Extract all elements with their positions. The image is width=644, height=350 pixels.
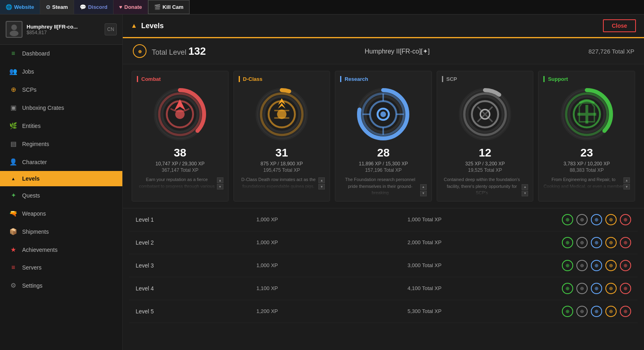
level-row-xp: 1,200 XP xyxy=(256,308,408,314)
scroll-indicator-research[interactable]: ▲ ▼ xyxy=(420,184,427,196)
levels-arrow-icon: ▲ xyxy=(131,22,137,29)
steam-btn[interactable]: ⊙ Steam xyxy=(40,0,74,14)
level-row-name: Level 3 xyxy=(136,262,256,269)
levels-expand-icon: ▲ xyxy=(9,176,17,181)
level-row-name: Level 2 xyxy=(136,239,256,246)
cat-desc-dclass: D-Class Death row inmates act as the fou… xyxy=(239,176,319,189)
nav-unboxing[interactable]: ▣ Unboxing Crates xyxy=(0,99,122,117)
unboxing-icon: ▣ xyxy=(9,104,17,111)
website-icon: 🌐 xyxy=(6,4,12,10)
dashboard-icon: ≡ xyxy=(9,50,17,57)
nav-entities[interactable]: 🌿 Entities xyxy=(0,117,122,135)
cat-xp-current-dclass: 875 XP / 18,900 XP xyxy=(260,161,303,167)
nav-jobs[interactable]: 👥 Jobs xyxy=(0,62,122,80)
ring-dclass xyxy=(254,86,310,142)
svg-point-2 xyxy=(10,31,19,36)
settings-icon: ⚙ xyxy=(9,282,17,289)
level-row-total-xp: 3,000 Total XP xyxy=(408,262,559,268)
cat-xp-total-support: 88,383 Total XP xyxy=(570,167,604,173)
levels-table[interactable]: Level 1 1,000 XP 1,000 Total XP ⊕ ⊕ ⊕ ⊕ … xyxy=(123,208,644,350)
cat-xp-current-scp: 325 XP / 3,200 XP xyxy=(465,161,505,167)
donate-icon: ♥ xyxy=(119,4,122,10)
ring-icon-combat xyxy=(166,100,194,128)
user-icon-cn: CN xyxy=(105,23,117,35)
website-btn[interactable]: 🌐 Website xyxy=(0,0,40,14)
badge-dclass: ⊕ xyxy=(605,260,617,271)
level-row-total-xp: 1,000 Total XP xyxy=(408,216,559,222)
discord-btn[interactable]: 💬 Discord xyxy=(74,0,114,14)
cat-desc-research: The Foundation research personnel pride … xyxy=(340,176,420,196)
svg-point-27 xyxy=(380,111,386,117)
nav-levels[interactable]: ▲ Levels xyxy=(0,171,122,186)
nav-shipments[interactable]: 📦 Shipments xyxy=(0,222,122,241)
cat-xp-total-dclass: 195,475 Total XP xyxy=(263,167,300,173)
topbar: 🌐 Website ⊙ Steam 💬 Discord ♥ Donate 🎬 K… xyxy=(0,0,644,14)
category-cards-row: Combat 38 10,747 XP / 29,300 XP 367,147 … xyxy=(123,64,644,208)
killcam-btn[interactable]: 🎬 Kill Cam xyxy=(148,0,190,14)
regiments-icon: ▤ xyxy=(9,140,17,148)
nav-servers[interactable]: ≡ Servers xyxy=(0,259,122,276)
badge-combat: ⊕ xyxy=(620,237,631,248)
badge-combat: ⊕ xyxy=(620,306,631,317)
cat-label-scp: SCP xyxy=(442,76,457,82)
badge-support: ⊕ xyxy=(562,260,573,271)
badge-scp: ⊕ xyxy=(576,214,588,225)
badge-support: ⊕ xyxy=(562,214,573,225)
scroll-indicator-dclass[interactable]: ▲ ▼ xyxy=(318,177,325,189)
jobs-icon: 👥 xyxy=(9,68,17,75)
cat-xp-total-combat: 367,147 Total XP xyxy=(162,167,198,173)
close-button[interactable]: Close xyxy=(603,19,636,32)
level-row-xp: 1,000 XP xyxy=(256,216,408,222)
scroll-indicator-combat[interactable]: ▲ ▼ xyxy=(217,177,223,189)
user-icons: CN xyxy=(105,23,117,35)
nav-scps[interactable]: ⊕ SCPs xyxy=(0,80,122,99)
cat-card-combat: Combat 38 10,747 XP / 29,300 XP 367,147 … xyxy=(132,71,229,202)
cat-label-research: Research xyxy=(340,76,368,82)
cat-xp-current-research: 11,896 XP / 15,300 XP xyxy=(359,161,408,167)
player-name: Humphrey II[FR-co][✦] xyxy=(365,47,429,55)
levels-title-row: ▲ Levels xyxy=(131,22,164,30)
nav-settings[interactable]: ⚙ Settings xyxy=(0,276,122,294)
user-info: Humphrey II[FR-co... $854,817 xyxy=(27,24,101,35)
cat-desc-support: From Engineering and Repair, to Cooking … xyxy=(543,176,623,189)
nav-quests[interactable]: ✦ Quests xyxy=(0,186,122,204)
level-row-icons: ⊕ ⊕ ⊕ ⊕ ⊕ xyxy=(559,214,631,225)
ring-icon-scp xyxy=(471,100,499,128)
svg-text:⊕: ⊕ xyxy=(138,49,142,54)
cat-level-dclass: 31 xyxy=(275,146,288,159)
levels-header: ▲ Levels Close xyxy=(123,14,644,38)
nav-achievements[interactable]: ★ Achievements xyxy=(0,241,122,259)
ring-support xyxy=(559,86,615,142)
scroll-indicator-scp[interactable]: ▲ ▼ xyxy=(522,184,528,196)
donate-btn[interactable]: ♥ Donate xyxy=(114,0,148,14)
badge-scp: ⊕ xyxy=(576,260,588,271)
cat-level-combat: 38 xyxy=(174,146,186,159)
badge-research: ⊕ xyxy=(591,260,602,271)
nav-regiments[interactable]: ▤ Regiments xyxy=(0,135,122,153)
cat-desc-scp: Contained deep within the foundation's f… xyxy=(442,176,522,196)
badge-support: ⊕ xyxy=(562,237,573,248)
steam-icon: ⊙ xyxy=(46,4,50,10)
scps-icon: ⊕ xyxy=(9,86,17,93)
user-money: $854,817 xyxy=(27,30,101,35)
cat-xp-current-combat: 10,747 XP / 29,300 XP xyxy=(155,161,204,167)
nav-character[interactable]: 👤 Character xyxy=(0,153,122,171)
table-row: Level 3 1,000 XP 3,000 Total XP ⊕ ⊕ ⊕ ⊕ … xyxy=(129,254,638,277)
table-row: Level 4 1,100 XP 4,100 Total XP ⊕ ⊕ ⊕ ⊕ … xyxy=(129,277,638,300)
scroll-indicator-support[interactable]: ▲ ▼ xyxy=(623,177,630,189)
level-row-icons: ⊕ ⊕ ⊕ ⊕ ⊕ xyxy=(559,306,631,317)
cat-card-dclass: D-Class 31 875 XP / 18,900 XP 195,475 To… xyxy=(233,71,330,202)
ring-icon-dclass xyxy=(268,100,296,128)
nav-dashboard[interactable]: ≡ Dashboard xyxy=(0,45,122,62)
character-icon: 👤 xyxy=(9,158,17,166)
player-card-left: ⊕ Total Level 132 xyxy=(132,44,206,58)
nav-weapons[interactable]: 🔫 Weapons xyxy=(0,204,122,222)
level-row-total-xp: 5,300 Total XP xyxy=(408,308,559,314)
level-row-name: Level 4 xyxy=(136,285,256,292)
user-name: Humphrey II[FR-co... xyxy=(27,24,101,30)
cat-level-support: 23 xyxy=(580,146,593,159)
cat-level-research: 28 xyxy=(377,146,390,159)
badge-research: ⊕ xyxy=(591,237,602,248)
avatar xyxy=(6,21,23,38)
ring-icon-support xyxy=(573,100,601,128)
